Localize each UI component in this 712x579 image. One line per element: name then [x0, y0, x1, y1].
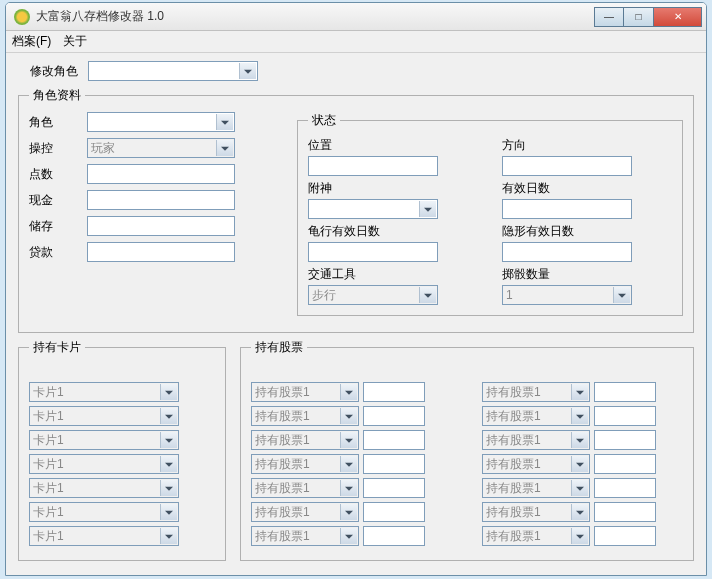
chevron-down-icon: [345, 463, 353, 467]
points-label: 点数: [29, 166, 87, 183]
role-select[interactable]: [87, 112, 235, 132]
stock-b-qty-3[interactable]: [594, 454, 656, 474]
transport-label: 交通工具: [308, 266, 478, 283]
loan-label: 贷款: [29, 244, 87, 261]
stock-b-select-5[interactable]: 持有股票1: [482, 502, 590, 522]
chevron-down-icon: [576, 511, 584, 515]
menubar: 档案(F) 关于: [6, 31, 706, 53]
stock-a-select-0[interactable]: 持有股票1: [251, 382, 359, 402]
stock-b-select-4[interactable]: 持有股票1: [482, 478, 590, 498]
chevron-down-icon: [165, 463, 173, 467]
stock-a-qty-0[interactable]: [363, 382, 425, 402]
validdays-input[interactable]: [502, 199, 632, 219]
stock-b-qty-6[interactable]: [594, 526, 656, 546]
stock-b-select-0[interactable]: 持有股票1: [482, 382, 590, 402]
chevron-down-icon: [576, 463, 584, 467]
stock-b-qty-1[interactable]: [594, 406, 656, 426]
transport-select[interactable]: 步行: [308, 285, 438, 305]
stock-a-qty-6[interactable]: [363, 526, 425, 546]
stock-a-select-5[interactable]: 持有股票1: [251, 502, 359, 522]
titlebar[interactable]: 大富翁八存档修改器 1.0 — □ ✕: [6, 3, 706, 31]
stock-b-qty-4[interactable]: [594, 478, 656, 498]
stock-a-qty-1[interactable]: [363, 406, 425, 426]
control-select[interactable]: 玩家: [87, 138, 235, 158]
close-button[interactable]: ✕: [654, 7, 702, 27]
stock-b-select-1[interactable]: 持有股票1: [482, 406, 590, 426]
chevron-down-icon: [345, 391, 353, 395]
card-select-4[interactable]: 卡片1: [29, 478, 179, 498]
card-select-0[interactable]: 卡片1: [29, 382, 179, 402]
chevron-down-icon: [618, 294, 626, 298]
window-controls: — □ ✕: [594, 7, 702, 27]
stock-a-select-6[interactable]: 持有股票1: [251, 526, 359, 546]
maximize-button[interactable]: □: [624, 7, 654, 27]
chevron-down-icon: [165, 439, 173, 443]
modify-character-select[interactable]: [88, 61, 258, 81]
menu-about[interactable]: 关于: [63, 33, 87, 50]
character-info-group: 角色资料 角色 操控 玩家 点数 现金: [18, 87, 694, 333]
stock-b-select-6[interactable]: 持有股票1: [482, 526, 590, 546]
stock-a-qty-3[interactable]: [363, 454, 425, 474]
cash-input[interactable]: [87, 190, 235, 210]
position-label: 位置: [308, 137, 478, 154]
attached-select[interactable]: [308, 199, 438, 219]
stock-b-qty-2[interactable]: [594, 430, 656, 450]
chevron-down-icon: [165, 391, 173, 395]
stock-b-select-3[interactable]: 持有股票1: [482, 454, 590, 474]
content-area: 修改角色 角色资料 角色 操控 玩家 点数: [6, 53, 706, 575]
chevron-down-icon: [244, 70, 252, 74]
savings-input[interactable]: [87, 216, 235, 236]
chevron-down-icon: [165, 487, 173, 491]
stocks-col-b: 持有股票1持有股票1持有股票1持有股票1持有股票1持有股票1持有股票1: [482, 382, 683, 550]
stock-a-qty-4[interactable]: [363, 478, 425, 498]
stock-a-select-3[interactable]: 持有股票1: [251, 454, 359, 474]
chevron-down-icon: [345, 439, 353, 443]
chevron-down-icon: [345, 511, 353, 515]
stocks-group: 持有股票 持有股票1持有股票1持有股票1持有股票1持有股票1持有股票1持有股票1…: [240, 339, 694, 561]
chevron-down-icon: [576, 439, 584, 443]
direction-label: 方向: [502, 137, 672, 154]
points-input[interactable]: [87, 164, 235, 184]
stock-b-select-2[interactable]: 持有股票1: [482, 430, 590, 450]
stock-b-qty-5[interactable]: [594, 502, 656, 522]
stock-a-qty-2[interactable]: [363, 430, 425, 450]
stock-a-select-2[interactable]: 持有股票1: [251, 430, 359, 450]
stocks-col-a: 持有股票1持有股票1持有股票1持有股票1持有股票1持有股票1持有股票1: [251, 382, 452, 550]
window-title: 大富翁八存档修改器 1.0: [36, 8, 594, 25]
direction-input[interactable]: [502, 156, 632, 176]
dicecount-label: 掷骰数量: [502, 266, 672, 283]
loan-input[interactable]: [87, 242, 235, 262]
card-select-1[interactable]: 卡片1: [29, 406, 179, 426]
card-select-2[interactable]: 卡片1: [29, 430, 179, 450]
chevron-down-icon: [345, 415, 353, 419]
stock-a-select-1[interactable]: 持有股票1: [251, 406, 359, 426]
card-select-3[interactable]: 卡片1: [29, 454, 179, 474]
card-select-5[interactable]: 卡片1: [29, 502, 179, 522]
app-icon: [14, 9, 30, 25]
invisibledays-input[interactable]: [502, 242, 632, 262]
chevron-down-icon: [345, 487, 353, 491]
stock-a-qty-5[interactable]: [363, 502, 425, 522]
chevron-down-icon: [424, 294, 432, 298]
validdays-label: 有效日数: [502, 180, 672, 197]
chevron-down-icon: [576, 487, 584, 491]
chevron-down-icon: [576, 535, 584, 539]
chevron-down-icon: [576, 415, 584, 419]
minimize-button[interactable]: —: [594, 7, 624, 27]
control-label: 操控: [29, 140, 87, 157]
turtledays-label: 龟行有效日数: [308, 223, 478, 240]
chevron-down-icon: [345, 535, 353, 539]
modify-character-label: 修改角色: [30, 63, 88, 80]
invisibledays-label: 隐形有效日数: [502, 223, 672, 240]
cash-label: 现金: [29, 192, 87, 209]
stock-b-qty-0[interactable]: [594, 382, 656, 402]
chevron-down-icon: [576, 391, 584, 395]
stock-a-select-4[interactable]: 持有股票1: [251, 478, 359, 498]
card-select-6[interactable]: 卡片1: [29, 526, 179, 546]
menu-file[interactable]: 档案(F): [12, 33, 51, 50]
position-input[interactable]: [308, 156, 438, 176]
cards-legend: 持有卡片: [29, 339, 85, 356]
savings-label: 储存: [29, 218, 87, 235]
dicecount-select[interactable]: 1: [502, 285, 632, 305]
turtledays-input[interactable]: [308, 242, 438, 262]
